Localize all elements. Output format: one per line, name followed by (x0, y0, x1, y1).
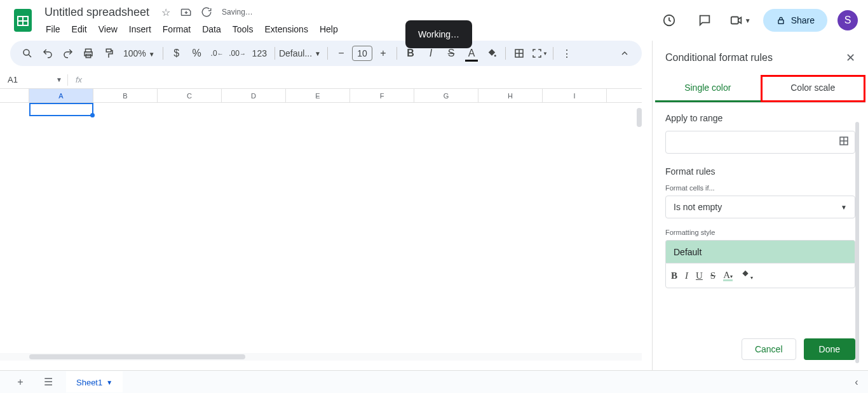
style-fill-color-icon[interactable]: ▾ (740, 269, 753, 282)
format-if-label: Format cells if... (665, 184, 855, 192)
decrease-decimal-icon[interactable]: .0← (208, 44, 227, 63)
cloud-status-icon[interactable] (199, 4, 214, 20)
range-input[interactable] (665, 131, 855, 154)
increase-decimal-icon[interactable]: .00→ (228, 44, 247, 63)
font-select[interactable]: Defaul... ▼ (279, 48, 323, 58)
svg-rect-6 (778, 20, 783, 23)
col-header-d[interactable]: D (222, 89, 286, 102)
apply-range-label: Apply to range (665, 113, 855, 123)
sheets-logo[interactable] (10, 8, 36, 33)
toolbar: 100% ▼ $ % .0← .00→ 123 Defaul... ▼ − 10… (10, 41, 642, 66)
col-header-b[interactable]: B (93, 89, 158, 102)
style-toolbar: B I U S A▾ ▾ (665, 263, 855, 288)
row-headers (0, 103, 29, 353)
menu-bar: File Edit View Insert Format Data Tools … (41, 22, 656, 37)
undo-icon[interactable] (38, 44, 57, 63)
print-icon[interactable] (79, 44, 98, 63)
col-header-i[interactable]: I (543, 89, 607, 102)
saving-status: Saving… (222, 8, 253, 17)
paint-format-icon[interactable] (99, 44, 118, 63)
close-icon[interactable]: ✕ (846, 51, 855, 65)
share-label: Share (791, 15, 815, 25)
select-all-corner[interactable] (0, 89, 29, 102)
menu-help[interactable]: Help (315, 22, 343, 37)
increase-fontsize-icon[interactable]: + (374, 44, 393, 63)
percent-icon[interactable]: % (187, 44, 207, 63)
title-area: Untitled spreadsheet ☆ Saving… File Edit… (41, 4, 656, 37)
sheet-tabs-bar: + ☰ Sheet1▼ (0, 370, 868, 393)
format-rules-label: Format rules (665, 166, 855, 177)
style-underline-icon[interactable]: U (696, 270, 703, 281)
col-header-g[interactable]: G (414, 89, 478, 102)
cancel-button[interactable]: Cancel (742, 338, 796, 360)
formatting-style-label: Formatting style (665, 229, 855, 236)
panel-scrollbar[interactable] (855, 122, 859, 363)
style-text-color-icon[interactable]: A▾ (723, 270, 733, 281)
style-strike-icon[interactable]: S (710, 270, 715, 281)
add-sheet-icon[interactable]: + (10, 372, 31, 392)
lock-icon (776, 15, 786, 25)
condition-select[interactable]: Is not empty▼ (665, 196, 855, 218)
side-panel-collapse-icon[interactable]: ‹ (845, 370, 868, 393)
svg-point-7 (24, 50, 29, 55)
borders-icon[interactable] (510, 44, 529, 63)
menu-data[interactable]: Data (197, 22, 226, 37)
column-headers: A B C D E F G H I (0, 89, 642, 103)
redo-icon[interactable] (58, 44, 78, 63)
merge-icon[interactable]: ▼ (530, 44, 549, 63)
working-toast: Working… (405, 20, 472, 48)
tab-single-color[interactable]: Single color (655, 75, 761, 102)
svg-rect-5 (731, 17, 738, 24)
active-cell-outline (29, 103, 93, 116)
range-input-field[interactable] (671, 137, 838, 147)
col-header-h[interactable]: H (478, 89, 543, 102)
decrease-fontsize-icon[interactable]: − (332, 44, 351, 63)
menu-tools[interactable]: Tools (227, 22, 259, 37)
all-sheets-icon[interactable]: ☰ (38, 372, 58, 392)
fill-color-icon[interactable] (482, 44, 501, 63)
col-header-f[interactable]: F (350, 89, 414, 102)
menu-extensions[interactable]: Extensions (259, 22, 313, 37)
number-format-select[interactable]: 123 (248, 48, 271, 58)
panel-title: Conditional format rules (665, 52, 773, 63)
name-box-input[interactable]: A1 (5, 74, 56, 86)
document-title[interactable]: Untitled spreadsheet (41, 4, 153, 20)
font-size-input[interactable]: 10 (352, 46, 372, 61)
search-icon[interactable] (18, 44, 37, 63)
col-header-e[interactable]: E (286, 89, 350, 102)
horizontal-scrollbar[interactable] (0, 353, 642, 361)
formula-icon: fx (76, 75, 82, 84)
star-icon[interactable]: ☆ (158, 4, 173, 20)
vertical-scrollbar[interactable] (637, 108, 642, 127)
account-avatar[interactable]: S (837, 10, 858, 30)
zoom-select[interactable]: 100% ▼ (119, 48, 159, 58)
meet-icon[interactable]: ▼ (728, 8, 753, 33)
menu-edit[interactable]: Edit (67, 22, 92, 37)
more-icon[interactable]: ⋮ (557, 44, 576, 63)
currency-icon[interactable]: $ (167, 44, 186, 63)
col-header-c[interactable]: C (158, 89, 222, 102)
sheet-tab-1[interactable]: Sheet1▼ (66, 371, 123, 392)
menu-format[interactable]: Format (158, 22, 196, 37)
svg-point-11 (494, 55, 496, 57)
name-box-dropdown-icon[interactable]: ▼ (56, 76, 62, 83)
move-icon[interactable] (179, 4, 194, 20)
spreadsheet-grid[interactable]: A B C D E F G H I (0, 89, 642, 353)
done-button[interactable]: Done (804, 338, 855, 360)
collapse-toolbar-icon[interactable] (615, 44, 634, 63)
name-box-row: A1 ▼ fx (0, 71, 642, 89)
comments-icon[interactable] (692, 8, 717, 33)
conditional-format-panel: Conditional format rules ✕ Single color … (652, 41, 868, 370)
cells-area[interactable] (29, 103, 642, 353)
style-preview[interactable]: Default (665, 240, 855, 263)
menu-file[interactable]: File (41, 22, 65, 37)
menu-view[interactable]: View (93, 22, 123, 37)
history-icon[interactable] (656, 8, 682, 33)
range-grid-icon[interactable] (838, 135, 850, 149)
menu-insert[interactable]: Insert (124, 22, 156, 37)
style-bold-icon[interactable]: B (671, 270, 677, 281)
tab-color-scale[interactable]: Color scale (761, 75, 866, 102)
col-header-a[interactable]: A (29, 89, 93, 102)
style-italic-icon[interactable]: I (685, 270, 688, 281)
share-button[interactable]: Share (763, 9, 827, 32)
